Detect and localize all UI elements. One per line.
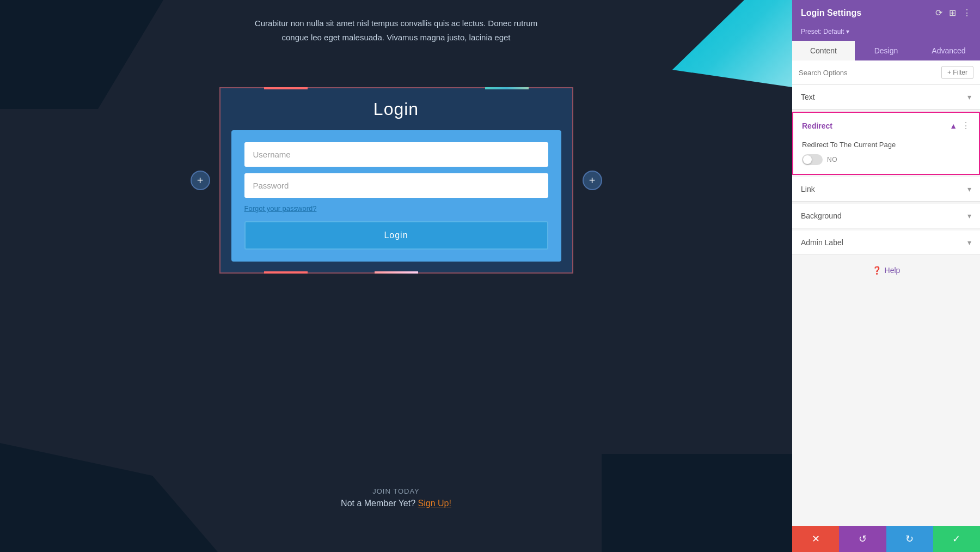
section-redirect: Redirect ▲ ⋮ Redirect To The Current Pag… bbox=[792, 112, 980, 175]
username-input[interactable] bbox=[244, 142, 548, 167]
section-admin-label: Admin Label ▾ bbox=[792, 230, 980, 255]
canvas-area: Curabitur non nulla sit amet nisl tempus… bbox=[0, 0, 792, 552]
join-today-text: Join Today bbox=[341, 487, 451, 495]
redirect-chevron-icon: ▲ bbox=[950, 122, 957, 130]
help-section[interactable]: ❓ Help bbox=[792, 257, 980, 283]
password-input[interactable] bbox=[244, 173, 548, 198]
section-text: Text ▾ bbox=[792, 85, 980, 110]
section-text-title: Text bbox=[801, 93, 815, 101]
tab-design[interactable]: Design bbox=[855, 41, 917, 60]
login-form-card: Forgot your password? Login bbox=[231, 130, 561, 262]
panel-header-icons: ⟳ ⊞ ⋮ bbox=[935, 8, 971, 18]
section-admin-label-title: Admin Label bbox=[801, 238, 843, 247]
more-icon[interactable]: ⋮ bbox=[963, 8, 971, 18]
panel-content: Text ▾ Redirect ▲ ⋮ Redirect To The Curr… bbox=[792, 85, 980, 526]
login-module: + + Login Forgot your password? Login bbox=[219, 87, 573, 274]
login-heading: Login bbox=[231, 99, 561, 119]
toggle-no-label: NO bbox=[827, 156, 837, 163]
text-chevron-icon: ▾ bbox=[967, 93, 971, 101]
right-panel: Login Settings ⟳ ⊞ ⋮ Preset: Default ▾ C… bbox=[792, 0, 980, 552]
layout-icon[interactable]: ⊞ bbox=[949, 8, 956, 18]
panel-tabs: Content Design Advanced bbox=[792, 41, 980, 60]
undo-button[interactable]: ↺ bbox=[839, 526, 886, 552]
panel-header: Login Settings ⟳ ⊞ ⋮ bbox=[792, 0, 980, 26]
section-text-header[interactable]: Text ▾ bbox=[792, 85, 980, 109]
filter-button[interactable]: + Filter bbox=[941, 66, 973, 79]
toggle-row: NO bbox=[802, 154, 970, 165]
login-button[interactable]: Login bbox=[244, 221, 548, 250]
add-right-button[interactable]: + bbox=[583, 171, 602, 190]
panel-title: Login Settings bbox=[801, 8, 861, 18]
panel-preset[interactable]: Preset: Default ▾ bbox=[792, 26, 980, 41]
below-module: Join Today Not a Member Yet? Sign Up! bbox=[341, 487, 451, 508]
redirect-header[interactable]: Redirect ▲ ⋮ bbox=[793, 113, 979, 138]
cancel-button[interactable]: ✕ bbox=[792, 526, 839, 552]
add-left-button[interactable]: + bbox=[191, 171, 210, 190]
redirect-more-icon[interactable]: ⋮ bbox=[961, 120, 970, 131]
help-label: Help bbox=[885, 266, 901, 275]
background-chevron-icon: ▾ bbox=[967, 211, 971, 220]
signup-link[interactable]: Sign Up! bbox=[418, 499, 451, 508]
panel-toolbar: ✕ ↺ ↻ ✓ bbox=[792, 526, 980, 552]
search-input[interactable] bbox=[799, 69, 941, 77]
help-circle-icon: ❓ bbox=[872, 266, 881, 275]
section-link: Link ▾ bbox=[792, 177, 980, 202]
section-background-header[interactable]: Background ▾ bbox=[792, 204, 980, 228]
admin-label-chevron-icon: ▾ bbox=[967, 238, 971, 247]
link-chevron-icon: ▾ bbox=[967, 185, 971, 193]
redirect-toggle[interactable] bbox=[802, 154, 823, 165]
not-member-text: Not a Member Yet? Sign Up! bbox=[341, 499, 451, 508]
redirect-label: Redirect To The Current Page bbox=[802, 141, 970, 149]
reset-icon[interactable]: ⟳ bbox=[935, 8, 942, 18]
canvas-subtitle: Curabitur non nulla sit amet nisl tempus… bbox=[255, 16, 538, 44]
section-link-title: Link bbox=[801, 185, 815, 193]
section-background: Background ▾ bbox=[792, 204, 980, 228]
preset-label: Preset: Default bbox=[801, 28, 844, 35]
preset-chevron-icon: ▾ bbox=[846, 28, 849, 35]
forgot-password-link[interactable]: Forgot your password? bbox=[244, 204, 548, 213]
redirect-title: Redirect bbox=[802, 122, 832, 130]
section-background-title: Background bbox=[801, 211, 842, 220]
redirect-content: Redirect To The Current Page NO bbox=[793, 138, 979, 174]
panel-search: + Filter bbox=[792, 60, 980, 85]
section-admin-label-header[interactable]: Admin Label ▾ bbox=[792, 230, 980, 254]
section-link-header[interactable]: Link ▾ bbox=[792, 177, 980, 201]
redirect-header-right: ▲ ⋮ bbox=[950, 120, 970, 131]
redo-button[interactable]: ↻ bbox=[886, 526, 933, 552]
tab-content[interactable]: Content bbox=[792, 41, 855, 60]
tab-advanced[interactable]: Advanced bbox=[917, 41, 980, 60]
save-button[interactable]: ✓ bbox=[933, 526, 980, 552]
